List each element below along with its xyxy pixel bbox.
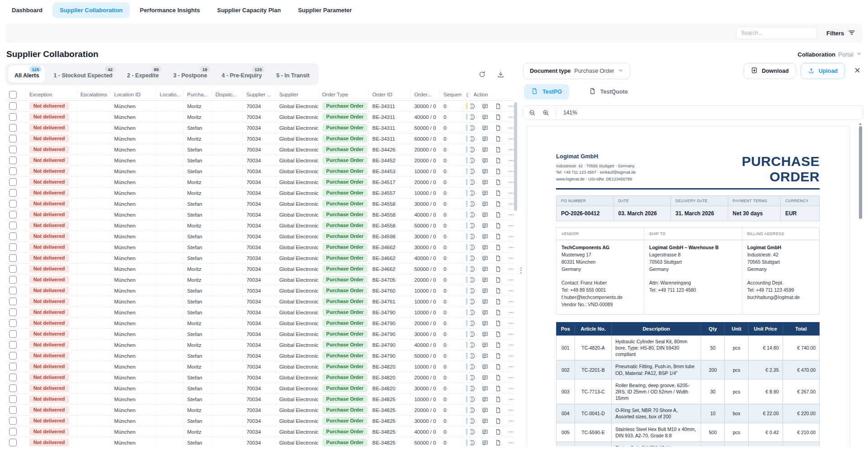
info-icon[interactable] (470, 277, 475, 283)
filters-button[interactable]: Filters (826, 29, 855, 38)
document-icon[interactable] (495, 288, 501, 294)
zoom-out-icon[interactable] (529, 109, 536, 116)
pdf-scrollbar[interactable] (858, 120, 863, 446)
scroll-up-icon[interactable] (858, 120, 863, 124)
info-icon[interactable] (470, 364, 475, 370)
document-icon[interactable] (495, 374, 501, 381)
document-icon[interactable] (495, 429, 501, 435)
alert-tab-4-pre-enquiry[interactable]: 4 - Pre-Enquiry123 (215, 66, 268, 83)
info-icon[interactable] (470, 103, 475, 109)
table-row[interactable]: Not deliveredMünchenStefan70034Global El… (5, 166, 514, 177)
info-icon[interactable] (470, 157, 475, 164)
table-row[interactable]: Not deliveredMünchenMoritz70034Global El… (5, 112, 514, 123)
ellipsis-icon[interactable] (508, 418, 514, 424)
close-icon[interactable] (851, 67, 863, 76)
row-checkbox[interactable] (9, 395, 17, 403)
table-row[interactable]: Not deliveredMünchenStefan70034Global El… (5, 144, 514, 155)
info-icon[interactable] (470, 396, 475, 403)
ellipsis-icon[interactable] (508, 103, 514, 109)
table-row[interactable]: Not deliveredMünchenStefan70034Global El… (5, 231, 514, 242)
document-icon[interactable] (495, 440, 501, 446)
info-icon[interactable] (470, 212, 475, 218)
ellipsis-icon[interactable] (508, 266, 514, 272)
ellipsis-icon[interactable] (508, 342, 514, 348)
zoom-in-icon[interactable] (542, 109, 549, 116)
table-row[interactable]: Not deliveredMünchenStefan70034Global El… (5, 296, 514, 307)
comment-icon[interactable] (482, 298, 488, 305)
comment-icon[interactable] (482, 320, 488, 327)
row-checkbox[interactable] (9, 243, 17, 251)
comment-icon[interactable] (482, 244, 488, 251)
document-icon[interactable] (495, 407, 501, 413)
ellipsis-icon[interactable] (508, 385, 514, 392)
ellipsis-icon[interactable] (508, 429, 514, 435)
table-row[interactable]: Not deliveredMünchenStefan70034Global El… (5, 155, 514, 166)
table-row[interactable]: Not deliveredMünchenMoritz70034Global El… (5, 264, 514, 275)
comment-icon[interactable] (482, 125, 488, 131)
comment-icon[interactable] (482, 157, 488, 164)
document-type-select[interactable]: Document type Purchase Order (523, 63, 630, 79)
info-icon[interactable] (470, 320, 475, 327)
row-checkbox[interactable] (9, 341, 17, 349)
portal-selector[interactable]: Collaboration Portal (797, 51, 862, 58)
comment-icon[interactable] (482, 201, 488, 207)
pdf-scroll-thumb[interactable] (859, 126, 862, 219)
row-checkbox[interactable] (9, 352, 17, 360)
comment-icon[interactable] (482, 288, 488, 294)
document-icon[interactable] (495, 103, 501, 109)
table-scrollbar[interactable] (514, 102, 517, 211)
row-checkbox[interactable] (9, 439, 17, 446)
row-checkbox[interactable] (9, 156, 17, 164)
comment-icon[interactable] (482, 277, 488, 283)
table-row[interactable]: Not deliveredMünchenStefan70034Global El… (5, 307, 514, 318)
ellipsis-icon[interactable] (508, 320, 514, 327)
document-icon[interactable] (495, 320, 501, 327)
ellipsis-icon[interactable] (508, 374, 514, 381)
row-checkbox[interactable] (9, 211, 17, 218)
document-icon[interactable] (495, 255, 501, 261)
info-icon[interactable] (470, 407, 475, 413)
info-icon[interactable] (470, 125, 475, 131)
info-icon[interactable] (470, 233, 475, 240)
document-icon[interactable] (495, 201, 501, 207)
nav-tab-supplier-parameter[interactable]: Supplier Parameter (291, 2, 359, 18)
row-checkbox[interactable] (9, 276, 17, 284)
row-checkbox[interactable] (9, 124, 17, 132)
ellipsis-icon[interactable] (508, 179, 514, 185)
table-row[interactable]: Not deliveredMünchenMoritz70034Global El… (5, 220, 514, 231)
document-icon[interactable] (495, 396, 501, 403)
ellipsis-icon[interactable] (508, 331, 514, 337)
info-icon[interactable] (470, 288, 475, 294)
table-row[interactable]: Not deliveredMünchenMoritz70034Global El… (5, 361, 514, 372)
nav-tab-supplier-capacity-plan[interactable]: Supplier Capacity Plan (210, 2, 288, 18)
info-icon[interactable] (470, 266, 475, 272)
info-icon[interactable] (470, 244, 475, 251)
info-icon[interactable] (470, 223, 475, 229)
refresh-icon[interactable] (478, 71, 486, 78)
table-row[interactable]: Not deliveredMünchenMoritz70034Global El… (5, 275, 514, 285)
row-checkbox[interactable] (9, 113, 17, 121)
table-row[interactable]: Not deliveredMünchenMoritz70034Global El… (5, 101, 514, 112)
select-all-checkbox[interactable] (9, 91, 17, 99)
document-icon[interactable] (495, 223, 501, 229)
comment-icon[interactable] (482, 385, 488, 392)
nav-tab-performance-insights[interactable]: Performance Insights (132, 2, 207, 18)
ellipsis-icon[interactable] (508, 168, 514, 175)
comment-icon[interactable] (482, 418, 488, 424)
table-row[interactable]: Not deliveredMünchenStefan70034Global El… (5, 209, 514, 220)
document-icon[interactable] (495, 353, 501, 359)
info-icon[interactable] (470, 136, 475, 142)
row-checkbox[interactable] (9, 406, 17, 414)
ellipsis-icon[interactable] (508, 298, 514, 305)
pane-resize-handle[interactable] (519, 63, 523, 446)
document-icon[interactable] (495, 168, 501, 175)
comment-icon[interactable] (482, 266, 488, 272)
info-icon[interactable] (470, 179, 475, 185)
table-row[interactable]: Not deliveredMünchenStefan70034Global El… (5, 253, 514, 264)
info-icon[interactable] (470, 418, 475, 424)
info-icon[interactable] (470, 429, 475, 435)
ellipsis-icon[interactable] (508, 212, 514, 218)
row-checkbox[interactable] (9, 135, 17, 142)
comment-icon[interactable] (482, 255, 488, 261)
ellipsis-icon[interactable] (508, 255, 514, 261)
